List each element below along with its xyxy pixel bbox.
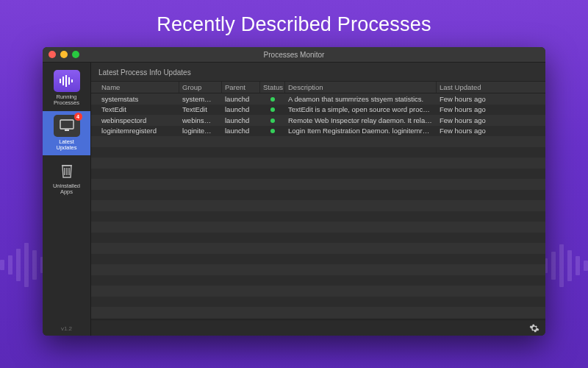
app-window: Processes Monitor Running Processes 4 La… — [43, 47, 545, 336]
minimize-icon[interactable] — [60, 51, 68, 58]
table-row-empty — [91, 211, 545, 222]
main-panel: Latest Process Info Updates Name Group P… — [91, 63, 545, 336]
cell-status — [260, 116, 285, 124]
cell-group: webins… — [179, 116, 222, 124]
svg-rect-4 — [71, 79, 73, 82]
cell-parent: launchd — [222, 105, 260, 113]
cell-status — [260, 105, 285, 113]
bg-wave-right — [543, 244, 588, 287]
footer — [91, 319, 545, 336]
gear-icon[interactable] — [529, 323, 539, 333]
table-row[interactable]: loginitemregisterdloginite…launchdLogin … — [91, 126, 545, 137]
status-dot-icon — [270, 107, 275, 112]
svg-rect-0 — [60, 79, 61, 83]
sidebar-item-label: Running Processes — [54, 94, 79, 107]
table-row-empty — [91, 264, 545, 275]
status-dot-icon — [270, 97, 275, 102]
traffic-lights — [49, 51, 79, 58]
cell-last-updated: Few hours ago — [437, 127, 494, 135]
sidebar-item-latest[interactable]: 4 Latest Updates — [43, 111, 90, 156]
version-label: v1.2 — [43, 322, 90, 336]
table-header: Name Group Parent Status Description Las… — [91, 81, 545, 93]
sidebar-item-running[interactable]: Running Processes — [43, 66, 90, 111]
window-title: Processes Monitor — [43, 51, 545, 59]
monitor-icon: 4 — [54, 115, 80, 137]
cell-last-updated: Few hours ago — [437, 95, 494, 103]
cell-last-updated: Few hours ago — [437, 116, 494, 124]
table-row-empty — [91, 136, 545, 147]
cell-name: loginitemregisterd — [98, 127, 179, 135]
bg-wave-left — [0, 243, 45, 287]
cell-description: TextEdit is a simple, open source word p… — [285, 105, 437, 113]
table-row-empty — [91, 275, 545, 286]
col-description[interactable]: Description — [285, 82, 437, 93]
table-row-empty — [91, 169, 545, 180]
table-row-empty — [91, 233, 545, 244]
table-row-empty — [91, 200, 545, 211]
table-row-empty — [91, 179, 545, 190]
process-table: Name Group Parent Status Description Las… — [91, 81, 545, 319]
table-row[interactable]: webinspectordwebins…launchdRemote Web In… — [91, 115, 545, 126]
table-row-empty — [91, 147, 545, 158]
cell-name: webinspectord — [98, 116, 179, 124]
sidebar: Running Processes 4 Latest Updates Unins… — [43, 63, 91, 336]
table-row-empty — [91, 286, 545, 297]
col-name[interactable]: Name — [98, 82, 179, 93]
panel-title: Latest Process Info Updates — [91, 63, 545, 81]
sidebar-item-label: Uninstalled Apps — [53, 183, 80, 196]
svg-rect-6 — [65, 130, 69, 131]
col-status[interactable]: Status — [260, 82, 285, 93]
col-parent[interactable]: Parent — [222, 82, 260, 93]
cell-parent: launchd — [222, 116, 260, 124]
svg-rect-1 — [62, 77, 64, 85]
trash-icon — [54, 159, 80, 181]
table-row-empty — [91, 307, 545, 318]
cell-parent: launchd — [222, 95, 260, 103]
table-row-empty — [91, 243, 545, 254]
svg-rect-3 — [68, 77, 70, 85]
badge: 4 — [74, 113, 82, 121]
cell-group: system… — [179, 95, 222, 103]
cell-name: TextEdit — [98, 105, 179, 113]
cell-name: systemstats — [98, 95, 179, 103]
table-row-empty — [91, 190, 545, 201]
table-body: systemstatssystem…launchdA deamon that s… — [91, 93, 545, 319]
table-row-empty — [91, 222, 545, 233]
cell-description: A deamon that summrizes stsyem statistic… — [285, 95, 437, 103]
svg-rect-5 — [60, 120, 74, 129]
cell-description: Login Item Registration Daemon. loginite… — [285, 127, 437, 135]
status-dot-icon — [270, 129, 275, 133]
sidebar-item-label: Latest Updates — [57, 139, 77, 152]
hero-title: Recently Described Processes — [0, 0, 588, 36]
cell-status — [260, 127, 285, 135]
table-row-empty — [91, 158, 545, 169]
titlebar: Processes Monitor — [43, 47, 545, 63]
close-icon[interactable] — [49, 51, 56, 58]
table-row-empty — [91, 254, 545, 265]
cell-last-updated: Few hours ago — [437, 105, 494, 113]
table-row[interactable]: TextEditTextEditlaunchdTextEdit is a sim… — [91, 105, 545, 116]
table-row[interactable]: systemstatssystem…launchdA deamon that s… — [91, 93, 545, 105]
cell-description: Remote Web Inspector relay daemon. It re… — [285, 116, 437, 124]
status-dot-icon — [270, 118, 275, 123]
table-row-empty — [91, 297, 545, 308]
col-last-updated[interactable]: Last Updated — [437, 82, 494, 93]
sidebar-item-uninstalled[interactable]: Uninstalled Apps — [43, 155, 90, 200]
cell-group: loginite… — [179, 127, 222, 135]
waveform-icon — [54, 70, 80, 92]
svg-rect-2 — [65, 75, 67, 87]
cell-parent: launchd — [222, 127, 260, 135]
cell-status — [260, 95, 285, 103]
col-group[interactable]: Group — [179, 82, 222, 93]
cell-group: TextEdit — [179, 105, 222, 113]
zoom-icon[interactable] — [72, 51, 79, 58]
